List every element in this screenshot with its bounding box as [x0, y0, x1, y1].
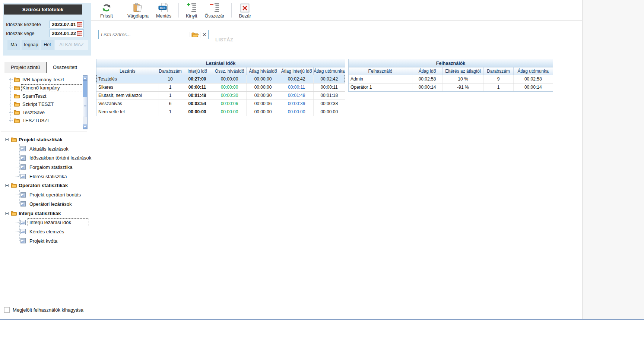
- column-header[interactable]: Darabszám: [483, 67, 513, 75]
- table-cell: 00:02:58: [412, 75, 442, 83]
- expand-all-icon: [187, 2, 196, 13]
- stat-item-label: Kérdés elemzés: [28, 228, 89, 235]
- tabbar-underline: [83, 62, 87, 73]
- projects-tree: IVR kapmány TesztKimenő kampánySpamTeszt…: [9, 75, 82, 125]
- column-header[interactable]: Átlag interjú idő: [280, 67, 313, 75]
- scrollbar-down-button[interactable]: [83, 124, 87, 129]
- column-header[interactable]: Eltérés az átlagtól: [442, 67, 483, 75]
- column-header[interactable]: Lezárás: [96, 67, 159, 75]
- project-label: Szkript TESZT: [22, 101, 82, 107]
- table-row[interactable]: Sikeres100:00:1100:00:0000:00:0000:00:11…: [96, 83, 345, 91]
- collapse-toggle-icon[interactable]: [5, 138, 9, 141]
- project-label: IVR kapmány Teszt: [22, 76, 82, 83]
- frissit-button[interactable]: Frissít: [96, 0, 117, 21]
- folder-icon: [14, 102, 20, 107]
- table-cell: 9: [483, 75, 513, 83]
- toolbar-button-label: Mentés: [156, 13, 171, 19]
- collapse-toggle-icon[interactable]: [5, 184, 9, 187]
- project-item[interactable]: IVR kapmány Teszt: [9, 75, 82, 83]
- period-start-input[interactable]: 2023.07.01: [50, 21, 84, 28]
- toolbar-separator: [178, 3, 179, 18]
- stat-item[interactable]: Projekt operátori bontás: [4, 190, 89, 199]
- table-row[interactable]: Operátor 100:00:14-91 %100:00:14: [349, 83, 553, 91]
- table-row[interactable]: Nem vette fel100:00:0000:00:0000:00:0000…: [96, 108, 345, 116]
- scrollbar-thumb[interactable]: [83, 97, 87, 117]
- listaz-button[interactable]: LISTÁZ: [215, 37, 234, 42]
- stat-item[interactable]: Operátori lezárások: [4, 199, 89, 209]
- apply-button[interactable]: ALKALMAZ: [55, 40, 88, 50]
- stat-item-label: Operátori lezárások: [28, 201, 89, 208]
- chart-icon: [20, 201, 26, 207]
- filter-panel: Szűrési feltételek Időszak kezdete 2023.…: [3, 3, 91, 56]
- period-end-label: Időszak vége: [6, 29, 35, 38]
- table-cell: 00:02:42: [280, 75, 313, 83]
- stat-group[interactable]: Projekt statisztikák: [4, 135, 89, 144]
- project-item[interactable]: Szkript TESZT: [9, 100, 82, 108]
- table-cell: 00:00:00: [213, 75, 246, 83]
- chart-icon: [20, 164, 26, 170]
- table-row[interactable]: Elutasít, nem válaszol100:01:4800:00:300…: [96, 91, 345, 100]
- stat-group-children: Interjú lezárási időkKérdés elemzésProje…: [4, 218, 89, 246]
- toolbar-button-label: Vágólapra: [127, 13, 149, 19]
- column-header[interactable]: Átlag hívásidő: [246, 67, 280, 75]
- stat-item[interactable]: Elérési statisztika: [4, 172, 89, 181]
- scrollbar-track-upper[interactable]: [83, 81, 87, 97]
- stat-item-label: Aktuális lezárások: [28, 145, 89, 152]
- stat-item[interactable]: Interjú lezárási idők: [4, 218, 89, 227]
- column-header[interactable]: Interjú idő: [182, 67, 213, 75]
- scrollbar-track-lower[interactable]: [83, 117, 87, 124]
- clipboard-icon: [133, 2, 143, 13]
- column-header[interactable]: Össz. hívásidő: [213, 67, 246, 75]
- tab-osszesitett[interactable]: Összesített: [47, 62, 83, 73]
- exclude-users-checkbox[interactable]: [4, 307, 10, 313]
- table-cell: 10 %: [442, 75, 483, 83]
- project-item[interactable]: TESZTUSZI: [9, 116, 82, 125]
- period-end-input[interactable]: 2024.01.22: [50, 29, 84, 37]
- bezar-button[interactable]: Bezár: [235, 0, 255, 21]
- stat-group[interactable]: Operátori statisztikák: [4, 181, 89, 190]
- osszezar-button[interactable]: Összezár: [201, 0, 228, 21]
- clear-filter-icon[interactable]: ✕: [200, 32, 208, 38]
- folder-icon: [11, 137, 17, 142]
- yesterday-button[interactable]: Tegnap: [22, 40, 39, 50]
- table-row[interactable]: Admin00:02:5810 %900:02:58: [349, 75, 553, 83]
- column-header[interactable]: Darabszám: [159, 67, 182, 75]
- filter-panel-title: Szűrési feltételek: [4, 4, 82, 15]
- column-header[interactable]: Átlag utómunka: [313, 67, 345, 75]
- toolbar: FrissítVágólapraXLSMentésKinyitÖsszezárB…: [91, 0, 582, 21]
- today-button[interactable]: Ma: [7, 40, 20, 50]
- mentes-button[interactable]: XLSMentés: [152, 0, 175, 21]
- list-filter-input[interactable]: [99, 32, 190, 37]
- project-item[interactable]: SpamTeszt: [9, 92, 82, 100]
- calendar-icon[interactable]: [77, 22, 83, 27]
- scrollbar-up-button[interactable]: [83, 76, 87, 81]
- project-item[interactable]: TesztSave: [9, 108, 82, 116]
- stat-item[interactable]: Forgalom statisztika: [4, 163, 89, 172]
- week-button[interactable]: Hét: [41, 40, 54, 50]
- tab-projekt-szintu[interactable]: Projekt szintű: [4, 62, 47, 73]
- column-header[interactable]: Átlag idő: [412, 67, 442, 75]
- table-cell: Elutasít, nem válaszol: [96, 91, 159, 100]
- stat-item[interactable]: Projekt kvóta: [4, 236, 89, 246]
- vagolapra-button[interactable]: Vágólapra: [124, 0, 152, 21]
- table-row[interactable]: Visszahívás600:03:5400:00:0600:00:0600:0…: [96, 100, 345, 108]
- stat-item[interactable]: Aktuális lezárások: [4, 144, 89, 154]
- kinyit-button[interactable]: Kinyit: [182, 0, 201, 21]
- stat-item-label: Projekt kvóta: [28, 237, 89, 245]
- calendar-icon[interactable]: [77, 31, 83, 36]
- page-background-strip: [582, 0, 644, 319]
- table-row[interactable]: Tesztelés1000:27:0000:00:0000:00:0000:02…: [96, 75, 345, 83]
- collapse-toggle-icon[interactable]: [5, 212, 9, 215]
- toolbar-button-label: Kinyit: [186, 13, 197, 19]
- stat-group[interactable]: Interjú statisztikák: [4, 209, 89, 218]
- folder-open-icon[interactable]: [190, 32, 200, 37]
- project-item[interactable]: Kimenő kampány: [9, 83, 82, 92]
- column-header[interactable]: Felhasználó: [349, 67, 412, 75]
- table-cell: Operátor 1: [349, 83, 412, 91]
- column-header[interactable]: Átlag utómunka: [513, 67, 553, 75]
- toolbar-separator: [120, 3, 120, 18]
- tree-connector: [16, 195, 19, 195]
- stat-item[interactable]: Időszakban történt lezárások: [4, 154, 89, 163]
- svg-text:XLS: XLS: [160, 6, 165, 10]
- stat-item[interactable]: Kérdés elemzés: [4, 227, 89, 236]
